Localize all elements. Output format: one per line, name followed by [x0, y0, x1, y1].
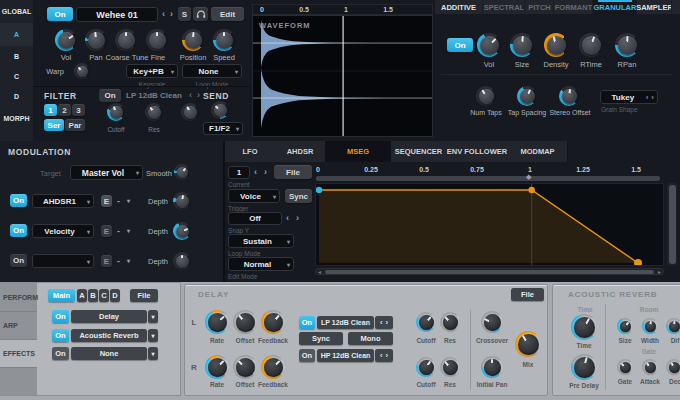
tab-spectral[interactable]: SPECTRAL — [482, 0, 525, 14]
delay-file-button[interactable]: File — [511, 288, 544, 301]
fx-slot1-chevron[interactable]: ▾ — [148, 310, 158, 323]
reverb-pre-delay-knob[interactable] — [571, 354, 597, 380]
send-dest-dropdown[interactable]: F1/F2 ▾ — [203, 122, 243, 135]
mod-smooth-knob[interactable] — [174, 164, 190, 180]
mod-row1-via-value[interactable]: - — [117, 196, 120, 206]
fx-slot2-chevron[interactable]: ▾ — [148, 329, 158, 342]
mseg-next-icon[interactable]: › — [264, 168, 267, 177]
delay-r-offset-knob[interactable] — [233, 355, 257, 379]
tab-additive[interactable]: ADDITIVE — [435, 0, 482, 14]
reverb-gate-knob[interactable] — [617, 359, 633, 375]
mod-row3-via-value[interactable]: - — [117, 256, 120, 266]
granular-density-knob[interactable] — [544, 33, 568, 57]
mseg-file-button[interactable]: File — [274, 165, 312, 179]
delay-l-res-knob[interactable] — [440, 312, 460, 332]
fine-tune-knob[interactable] — [146, 29, 168, 51]
preset-prev-icon[interactable]: ‹ — [162, 10, 165, 19]
waveform-display[interactable]: WAVEFORM — [252, 15, 433, 137]
tab-mseg[interactable]: MSEG — [325, 141, 392, 162]
sidebar-item-d[interactable]: D — [0, 86, 33, 107]
delay-l-feedback-knob[interactable] — [261, 310, 285, 334]
coarse-tune-knob[interactable] — [115, 29, 137, 51]
mseg-vscrollbar[interactable] — [667, 183, 677, 266]
mod-row3-via-chevron-icon[interactable]: ▾ — [127, 258, 130, 264]
audition-button[interactable] — [193, 7, 208, 21]
delay-r-res-knob[interactable] — [440, 357, 460, 377]
sidebar-item-morph[interactable]: MORPH — [0, 106, 33, 132]
preset-name-field[interactable]: Wehee 01 — [76, 7, 158, 22]
next-icon[interactable]: › — [386, 318, 389, 327]
mseg-snap-field[interactable]: Off — [228, 212, 282, 225]
nav-tab-arp[interactable]: ARP — [0, 312, 37, 340]
mod-row2-via-chevron-icon[interactable]: ▾ — [127, 228, 130, 234]
tab-pitch[interactable]: PITCH — [524, 0, 554, 14]
fx-slot2-dropdown[interactable]: Acoustic Reverb — [71, 329, 147, 342]
delay-l-rate-knob[interactable] — [205, 310, 229, 334]
granular-rpan-knob[interactable] — [615, 33, 639, 57]
mod-row1-source-dropdown[interactable]: AHDSR1 ▾ — [32, 194, 94, 208]
preset-next-icon[interactable]: › — [170, 10, 173, 19]
reverb-diffusion-knob[interactable] — [666, 318, 680, 334]
mod-row2-depth-knob[interactable] — [173, 222, 191, 240]
filter-slot-2[interactable]: 2 — [58, 104, 71, 116]
filter-serial-button[interactable]: Ser — [44, 119, 64, 131]
warp-knob[interactable] — [74, 63, 90, 79]
mod-row3-depth-knob[interactable] — [173, 252, 191, 270]
fx-slot2-on-button[interactable]: On — [52, 329, 69, 342]
effects-bank-c[interactable]: C — [99, 289, 109, 302]
filter-type-value[interactable]: LP 12dB Clean — [126, 91, 182, 100]
mod-row3-source-dropdown[interactable]: ▾ — [32, 254, 94, 268]
next-icon[interactable]: › — [651, 93, 657, 102]
tab-formant[interactable]: FORMANT — [553, 0, 593, 14]
vol-knob[interactable] — [55, 29, 77, 51]
tab-ahdsr[interactable]: AHDSR — [275, 141, 326, 162]
filter-parallel-button[interactable]: Par — [65, 119, 85, 131]
delay-filter2-on-button[interactable]: On — [299, 349, 315, 362]
fx-slot3-on-button[interactable]: On — [52, 347, 69, 360]
delay-r-cutoff-knob[interactable] — [416, 357, 436, 377]
delay-filter1-on-button[interactable]: On — [299, 316, 315, 329]
mseg-prev-icon[interactable]: ‹ — [254, 168, 257, 177]
tab-granular[interactable]: GRANULAR — [592, 0, 637, 14]
effects-bank-a[interactable]: A — [77, 289, 87, 302]
mseg-loop-dropdown[interactable]: Sustain ▾ — [228, 234, 294, 248]
filter-on-button[interactable]: On — [99, 89, 121, 102]
reverb-decay-knob[interactable] — [666, 359, 680, 375]
mseg-snap-next-icon[interactable]: › — [296, 214, 299, 223]
filter-next-icon[interactable]: › — [197, 91, 200, 100]
mseg-index-field[interactable]: 1 — [228, 166, 250, 179]
num-taps-knob[interactable] — [476, 86, 496, 106]
delay-r-rate-knob[interactable] — [205, 355, 229, 379]
pan-knob[interactable] — [85, 29, 107, 51]
stereo-offset-knob[interactable] — [559, 86, 579, 106]
scroll-right-icon[interactable]: ▸ — [658, 268, 661, 275]
mod-row2-e-button[interactable]: E — [101, 225, 112, 237]
reverb-attack-knob[interactable] — [642, 359, 658, 375]
fx-slot1-on-button[interactable]: On — [52, 310, 69, 323]
filter-slot-1[interactable]: 1 — [44, 104, 57, 116]
delay-filter1-dropdown[interactable]: LP 12dB Clean — [317, 316, 374, 329]
grain-shape-dropdown[interactable]: Tukey ‹ › — [600, 90, 658, 104]
mseg-trigger-dropdown[interactable]: Voice ▾ — [228, 189, 280, 203]
granular-vol-knob[interactable] — [477, 33, 501, 57]
tab-sampler[interactable]: SAMPLER — [636, 0, 672, 14]
fx-slot3-chevron[interactable]: ▾ — [148, 347, 158, 360]
delay-filter1-arrows[interactable]: ‹ › — [375, 316, 393, 329]
granular-rtime-knob[interactable] — [579, 33, 603, 57]
mseg-hscroll-thumb[interactable] — [325, 270, 654, 274]
filter-prev-icon[interactable]: ‹ — [189, 91, 192, 100]
waveform-ruler[interactable] — [252, 4, 433, 15]
mseg-range-marker-icon[interactable]: ◆ — [526, 173, 531, 181]
sidebar-item-a[interactable]: A — [0, 23, 33, 47]
effects-bank-b[interactable]: B — [88, 289, 98, 302]
mod-row1-depth-knob[interactable] — [173, 192, 191, 210]
delay-filter2-arrows[interactable]: ‹ › — [375, 349, 393, 362]
filter-slot-3[interactable]: 3 — [72, 104, 85, 116]
tap-spacing-knob[interactable] — [517, 86, 537, 106]
mod-row3-on-button[interactable]: On — [10, 254, 27, 267]
delay-mono-button[interactable]: Mono — [348, 332, 393, 345]
mseg-sync-button[interactable]: Sync — [285, 189, 312, 203]
delay-l-offset-knob[interactable] — [233, 310, 257, 334]
sidebar-item-global[interactable]: GLOBAL — [0, 0, 33, 24]
mseg-edit-dropdown[interactable]: Normal ▾ — [228, 257, 294, 271]
